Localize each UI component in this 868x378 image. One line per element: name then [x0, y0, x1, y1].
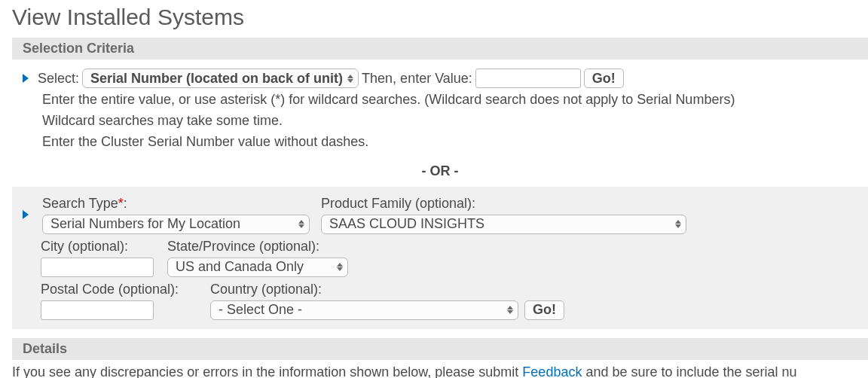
- page-title: View Installed Systems: [12, 5, 856, 30]
- select-row: Select: Serial Number (located on back o…: [12, 67, 868, 90]
- country-value: - Select One -: [219, 302, 302, 318]
- details-pre: If you see any discrepancies or errors i…: [12, 364, 522, 378]
- postal-label: Postal Code (optional):: [41, 282, 203, 297]
- then-label: Then, enter Value:: [362, 71, 472, 87]
- required-asterisk: *: [118, 196, 124, 211]
- help-line-2: Wildcard searches may take some time.: [12, 111, 868, 132]
- search-type-col: Search Type*: Serial Numbers for My Loca…: [42, 196, 313, 234]
- city-input[interactable]: [41, 258, 154, 277]
- triangle-icon: [23, 74, 29, 83]
- product-family-col: Product Family (optional): SAAS CLOUD IN…: [321, 196, 690, 234]
- updown-icon: [507, 306, 513, 314]
- updown-icon: [675, 220, 681, 228]
- value-input[interactable]: [475, 69, 581, 88]
- updown-icon: [337, 263, 343, 271]
- state-label: State/Province (optional):: [167, 239, 356, 255]
- help-line-1: Enter the entire value, or use asterisk …: [12, 90, 868, 111]
- country-label: Country (optional):: [210, 282, 564, 297]
- product-family-value: SAAS CLOUD INSIGHTS: [329, 216, 484, 232]
- details-post: and be sure to include the serial nu: [582, 364, 796, 378]
- help-line-3: Enter the Cluster Serial Number value wi…: [12, 132, 868, 153]
- section-header-criteria: Selection Criteria: [12, 38, 868, 59]
- serial-select[interactable]: Serial Number (located on back of unit): [82, 69, 359, 88]
- city-col: City (optional):: [41, 239, 160, 277]
- country-select[interactable]: - Select One -: [210, 300, 518, 320]
- form-row-3: Postal Code (optional): Country (optiona…: [23, 282, 853, 320]
- details-text: If you see any discrepancies or errors i…: [0, 364, 868, 378]
- search-type-select[interactable]: Serial Numbers for My Location: [42, 215, 310, 234]
- go-button-top[interactable]: Go!: [584, 69, 624, 88]
- go-button-bottom[interactable]: Go!: [524, 300, 564, 320]
- feedback-link[interactable]: Feedback: [522, 364, 582, 378]
- serial-select-value: Serial Number (located on back of unit): [90, 71, 343, 87]
- product-family-select[interactable]: SAAS CLOUD INSIGHTS: [321, 215, 686, 234]
- or-divider: - OR -: [12, 163, 868, 179]
- updown-icon: [298, 220, 304, 228]
- state-col: State/Province (optional): US and Canada…: [167, 239, 356, 277]
- search-type-value: Serial Numbers for My Location: [50, 216, 240, 232]
- postal-col: Postal Code (optional):: [41, 282, 203, 320]
- updown-icon: [347, 75, 353, 83]
- search-form: Search Type*: Serial Numbers for My Loca…: [12, 187, 868, 329]
- criteria-body: Select: Serial Number (located on back o…: [12, 59, 868, 338]
- triangle-icon: [23, 210, 29, 219]
- form-row-2: City (optional): State/Province (optiona…: [23, 239, 853, 277]
- city-label: City (optional):: [41, 239, 160, 255]
- select-label: Select:: [38, 71, 79, 87]
- section-header-details: Details: [12, 338, 868, 360]
- search-type-label-wrap: Search Type*:: [42, 196, 313, 212]
- state-value: US and Canada Only: [176, 259, 304, 275]
- postal-input[interactable]: [41, 300, 154, 320]
- search-type-label: Search Type: [42, 196, 118, 211]
- country-col: Country (optional): - Select One - Go!: [210, 282, 564, 320]
- form-row-1: Search Type*: Serial Numbers for My Loca…: [23, 196, 853, 234]
- state-select[interactable]: US and Canada Only: [167, 258, 348, 277]
- product-family-label: Product Family (optional):: [321, 196, 690, 212]
